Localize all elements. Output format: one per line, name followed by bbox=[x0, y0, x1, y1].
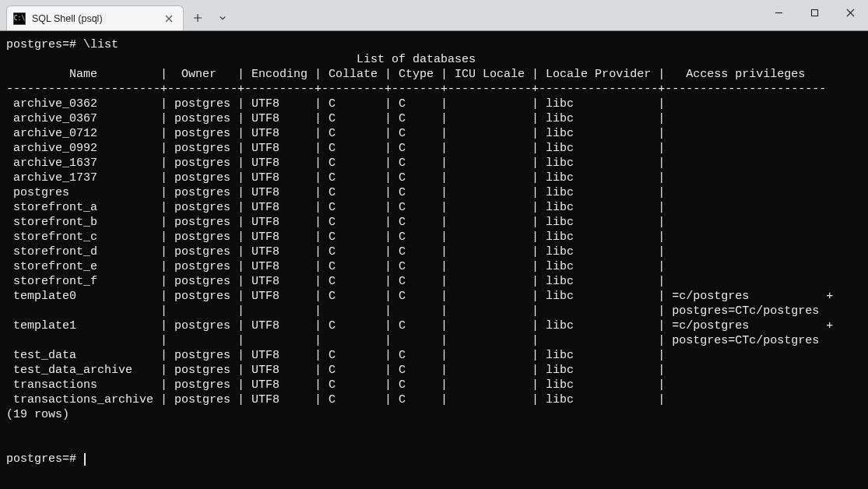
tab-close-button[interactable] bbox=[163, 12, 175, 25]
terminal-icon: C:\ bbox=[13, 12, 26, 25]
tab-dropdown-button[interactable] bbox=[212, 7, 234, 29]
minimize-button[interactable] bbox=[761, 0, 796, 25]
window-controls bbox=[761, 0, 868, 25]
new-tab-button[interactable] bbox=[187, 7, 209, 29]
maximize-button[interactable] bbox=[796, 0, 832, 25]
cursor bbox=[84, 453, 86, 466]
svg-rect-0 bbox=[811, 9, 817, 16]
active-tab[interactable]: C:\ SQL Shell (psql) bbox=[6, 5, 184, 30]
terminal-output[interactable]: postgres=# \list List of databases Name … bbox=[0, 31, 868, 489]
tab-title: SQL Shell (psql) bbox=[32, 13, 156, 24]
titlebar: C:\ SQL Shell (psql) bbox=[0, 0, 868, 31]
close-button[interactable] bbox=[832, 0, 868, 25]
